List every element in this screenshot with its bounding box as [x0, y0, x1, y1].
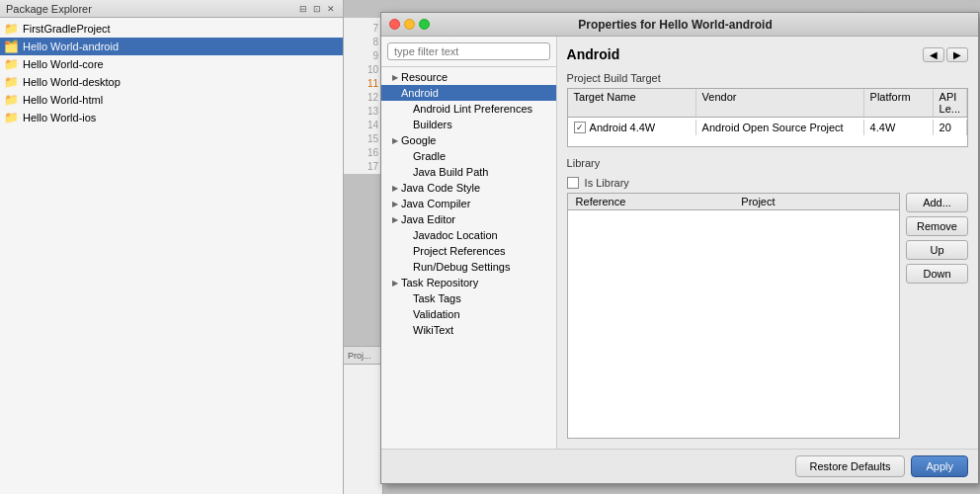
tree-arrow-icon: ▶	[389, 213, 401, 225]
col-target-name: Target Name	[568, 89, 696, 117]
bottom-tab: Proj...	[344, 347, 382, 365]
tree-arrow-icon: ▶	[389, 198, 401, 209]
tree-arrow-icon: ▶	[389, 182, 401, 194]
project-label: Hello World-html	[23, 94, 103, 106]
is-library-checkbox[interactable]	[567, 177, 579, 189]
col-platform: Platform	[864, 89, 934, 117]
build-target-label: Project Build Target	[567, 72, 968, 84]
editor-line-numbers: 7891011121314151617	[344, 18, 383, 174]
library-table-area: Reference Project Add... Remove Up Down	[567, 193, 968, 439]
tree-arrow-icon	[401, 324, 413, 336]
line-number-13: 13	[344, 105, 382, 119]
add-button[interactable]: Add...	[906, 193, 968, 212]
target-vendor-cell: Android Open Source Project	[696, 120, 864, 135]
dialog-title: Properties for Hello World-android	[430, 18, 921, 32]
project-icon: 📁	[4, 93, 19, 107]
dialog-titlebar: Properties for Hello World-android	[381, 13, 978, 37]
project-item-helloios[interactable]: 📁Hello World-ios	[0, 109, 343, 126]
close-icon[interactable]: ✕	[325, 4, 337, 14]
tree-item-resource[interactable]: ▶Resource	[381, 69, 556, 85]
tree-item-javacompiler[interactable]: ▶Java Compiler	[381, 196, 556, 211]
nav-forward-button[interactable]: ▶	[946, 47, 968, 62]
tree-item-tasktags[interactable]: Task Tags	[381, 290, 556, 306]
filter-box	[381, 37, 556, 67]
tree-item-androidlint[interactable]: Android Lint Preferences	[381, 101, 556, 117]
tree-arrow-icon	[401, 119, 413, 130]
target-platform-cell: 4.4W	[864, 120, 934, 135]
content-header: Android ◀ ▶	[567, 46, 968, 62]
restore-defaults-button[interactable]: Restore Defaults	[795, 455, 906, 477]
col-project: Project	[733, 194, 899, 209]
tree-item-taskrepo[interactable]: ▶Task Repository	[381, 275, 556, 290]
project-icon: 📁	[4, 75, 19, 89]
project-item-hellocore[interactable]: 📁Hello World-core	[0, 55, 343, 73]
project-item-hellodesktop[interactable]: 📁Hello World-desktop	[0, 73, 343, 91]
filter-input[interactable]	[387, 42, 550, 60]
tree-item-wikitext[interactable]: WikiText	[381, 322, 556, 338]
tree-arrow-icon: ▶	[389, 71, 401, 83]
target-checkbox[interactable]	[574, 122, 586, 133]
line-number-16: 16	[344, 146, 382, 160]
minimize-icon[interactable]: ⊟	[297, 4, 309, 14]
tree-item-label: Builders	[413, 119, 452, 130]
tree-item-gradle[interactable]: Gradle	[381, 148, 556, 164]
tree-item-javacodestyle[interactable]: ▶Java Code Style	[381, 180, 556, 196]
dialog-footer: Restore Defaults Apply	[381, 449, 978, 483]
package-explorer-title: Package Explorer	[6, 3, 92, 15]
project-label: FirstGradleProject	[23, 23, 111, 35]
tree-item-label: Task Repository	[401, 277, 478, 288]
tree-item-projrefs[interactable]: Project References	[381, 243, 556, 259]
tree-item-android[interactable]: Android	[381, 85, 556, 101]
content-panel: Android ◀ ▶ Project Build Target Target …	[557, 37, 978, 449]
tree-item-label: Android	[401, 87, 439, 99]
maximize-button[interactable]	[419, 19, 430, 30]
line-number-15: 15	[344, 132, 382, 146]
project-icon: 📁	[4, 22, 19, 36]
project-item-firstgradle[interactable]: 📁FirstGradleProject	[0, 20, 343, 38]
up-button[interactable]: Up	[906, 240, 968, 260]
tree-item-javabuildpath[interactable]: Java Build Path	[381, 164, 556, 180]
target-table-area: Target Name Vendor Platform API Le... An…	[567, 88, 968, 147]
tree-item-validation[interactable]: Validation	[381, 306, 556, 322]
tree-item-label: Java Code Style	[401, 182, 480, 194]
tree-list: ▶ResourceAndroidAndroid Lint Preferences…	[381, 67, 556, 449]
tree-item-label: Java Compiler	[401, 198, 470, 209]
project-label: Hello World-android	[23, 41, 119, 52]
build-target-section: Project Build Target Target Name Vendor …	[567, 72, 968, 147]
library-buttons: Add... Remove Up Down	[906, 193, 968, 439]
project-item-hellohtml[interactable]: 📁Hello World-html	[0, 91, 343, 109]
target-api-cell: 20	[934, 120, 967, 135]
tree-item-javadoclocation[interactable]: Javadoc Location	[381, 227, 556, 243]
line-number-7: 7	[344, 22, 382, 36]
minimize-button[interactable]	[404, 19, 415, 30]
close-button[interactable]	[389, 19, 400, 30]
tree-item-label: Resource	[401, 71, 448, 83]
tree-arrow-icon	[401, 166, 413, 178]
tree-item-label: Java Build Path	[413, 166, 488, 178]
target-row[interactable]: Android 4.4W Android Open Source Project…	[568, 118, 967, 137]
remove-button[interactable]: Remove	[906, 216, 968, 236]
project-item-helloandroid[interactable]: 🗂️Hello World-android	[0, 38, 343, 55]
nav-back-button[interactable]: ◀	[923, 47, 944, 62]
tree-arrow-icon: ▶	[389, 277, 401, 288]
footer-buttons: Restore Defaults Apply	[795, 455, 968, 477]
col-api: API Le...	[934, 89, 967, 117]
project-list: 📁FirstGradleProject🗂️Hello World-android…	[0, 18, 343, 494]
tree-item-label: Gradle	[413, 150, 446, 162]
down-button[interactable]: Down	[906, 264, 968, 284]
tree-item-rundebug[interactable]: Run/Debug Settings	[381, 259, 556, 275]
tree-item-google[interactable]: ▶Google	[381, 132, 556, 148]
library-label: Library	[567, 157, 968, 169]
line-number-9: 9	[344, 49, 382, 63]
properties-dialog: Properties for Hello World-android ▶Reso…	[380, 12, 979, 484]
content-title: Android	[567, 46, 620, 62]
tree-item-javaeditor[interactable]: ▶Java Editor	[381, 211, 556, 227]
apply-button[interactable]: Apply	[911, 455, 968, 477]
project-icon: 🗂️	[4, 40, 19, 53]
tree-item-builders[interactable]: Builders	[381, 117, 556, 132]
maximize-icon[interactable]: ⊡	[311, 4, 323, 14]
tree-arrow-icon	[401, 103, 413, 115]
line-number-14: 14	[344, 119, 382, 132]
library-table: Reference Project	[567, 193, 900, 439]
tree-arrow-icon	[401, 308, 413, 320]
